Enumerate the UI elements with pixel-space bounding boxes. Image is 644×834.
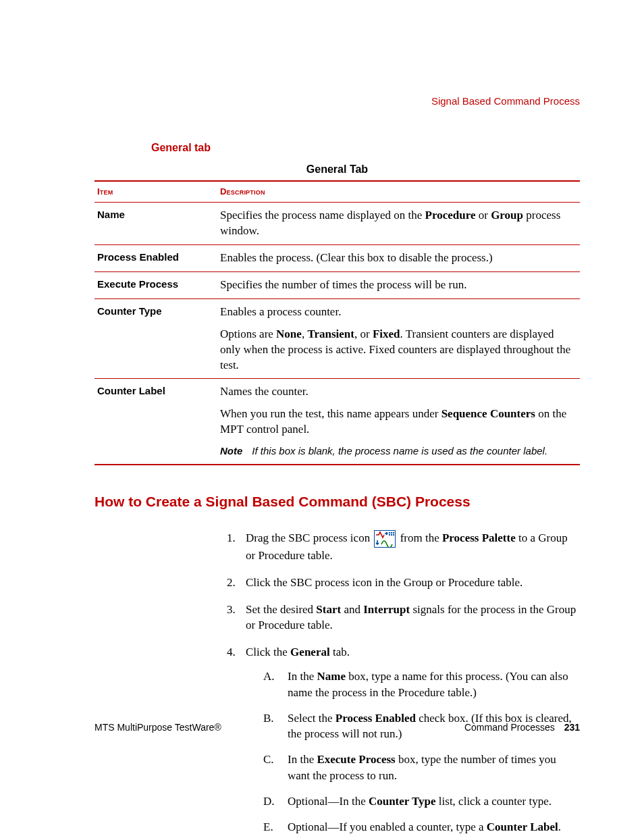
page-footer: MTS MultiPurpose TestWare® Command Proce… <box>95 721 580 734</box>
footer-left: MTS MultiPurpose TestWare® <box>95 721 221 734</box>
note: Note If this box is blank, the process n… <box>220 444 573 458</box>
desc-counter-type: Enables a process counter. Options are N… <box>217 298 580 379</box>
steps-list: 1. Drag the SBC process icon <box>227 530 580 834</box>
svg-rect-2 <box>393 532 394 533</box>
section-heading: How to Create a Signal Based Command (SB… <box>95 492 580 511</box>
col-item: Item <box>95 181 217 202</box>
svg-rect-5 <box>393 534 394 536</box>
page-content: Signal Based Command Process General tab… <box>0 0 644 834</box>
item-execute-process: Execute Process <box>95 271 217 298</box>
item-counter-label: Counter Label <box>95 379 217 465</box>
desc-name: Specifies the process name displayed on … <box>217 202 580 244</box>
item-name: Name <box>95 202 217 244</box>
table-caption: General Tab <box>95 162 580 181</box>
note-text: If this box is blank, the process name i… <box>252 444 573 458</box>
page-number: 231 <box>564 722 580 733</box>
table-row: Counter Label Names the counter. When yo… <box>95 379 580 465</box>
step-4: 4. Click the General tab. A. In the Name… <box>227 644 580 834</box>
col-description: Description <box>217 181 580 202</box>
desc-process-enabled: Enables the process. (Clear this box to … <box>217 244 580 271</box>
svg-rect-3 <box>389 534 390 536</box>
table-row: Execute Process Specifies the number of … <box>95 271 580 298</box>
step-2: 2. Click the SBC process icon in the Gro… <box>227 575 580 591</box>
item-process-enabled: Process Enabled <box>95 244 217 271</box>
sbc-process-icon <box>374 530 396 548</box>
substep-a: A. In the Name box, type a name for this… <box>263 669 580 701</box>
table-row: Name Specifies the process name displaye… <box>95 202 580 244</box>
svg-rect-1 <box>391 532 392 533</box>
general-tab-table: General Tab Item Description Name Specif… <box>95 162 580 465</box>
step-1: 1. Drag the SBC process icon <box>227 530 580 564</box>
general-tab-side-heading: General tab <box>151 140 580 155</box>
substep-e: E. Optional—If you enabled a counter, ty… <box>263 819 580 834</box>
table-row: Process Enabled Enables the process. (Cl… <box>95 244 580 271</box>
table-row: Counter Type Enables a process counter. … <box>95 298 580 379</box>
item-counter-type: Counter Type <box>95 298 217 379</box>
svg-rect-0 <box>389 532 390 533</box>
substeps-list: A. In the Name box, type a name for this… <box>263 669 580 834</box>
step-3: 3. Set the desired Start and Interrupt s… <box>227 602 580 634</box>
substep-c: C. In the Execute Process box, type the … <box>263 752 580 784</box>
substep-d: D. Optional—In the Counter Type list, cl… <box>263 793 580 810</box>
footer-right: Command Processes 231 <box>464 721 580 734</box>
running-header: Signal Based Command Process <box>95 95 580 108</box>
desc-counter-label: Names the counter. When you run the test… <box>217 379 580 465</box>
note-label: Note <box>220 444 242 458</box>
desc-execute-process: Specifies the number of times the proces… <box>217 271 580 298</box>
svg-rect-4 <box>391 534 392 536</box>
